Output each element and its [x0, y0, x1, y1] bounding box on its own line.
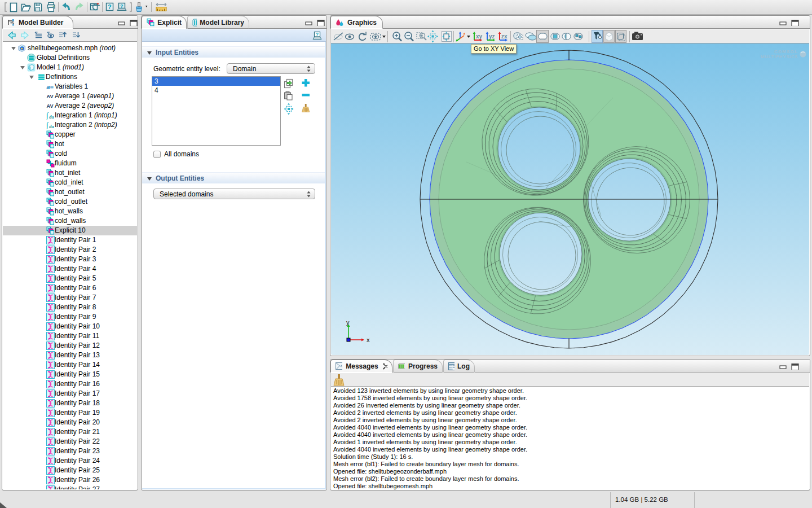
svg-text:?: ? — [316, 32, 319, 37]
svg-text:COMSOL: COMSOL — [774, 49, 798, 54]
svg-text:MULTIPHYSICS: MULTIPHYSICS — [761, 54, 798, 59]
svg-text:xy: xy — [476, 33, 483, 40]
svg-text:x: x — [367, 336, 370, 343]
svg-text:?: ? — [108, 3, 112, 10]
svg-text:y: y — [346, 319, 350, 326]
svg-text:zx: zx — [501, 33, 508, 40]
svg-text:yz: yz — [489, 33, 495, 40]
